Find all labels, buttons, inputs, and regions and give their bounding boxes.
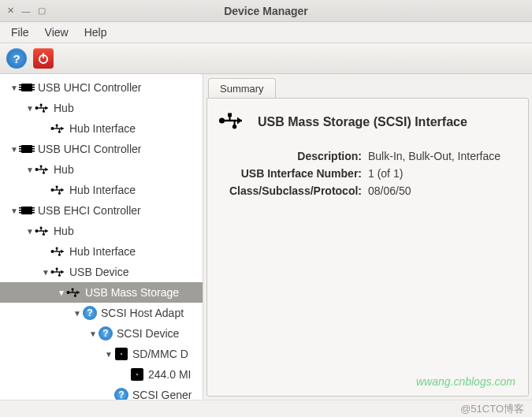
- tree-item-usb-uhci[interactable]: ▼USB UHCI Controller: [0, 77, 203, 98]
- minimize-icon[interactable]: —: [20, 6, 32, 17]
- expander-icon[interactable]: ▼: [57, 289, 66, 297]
- detail-body: USB Mass Storage (SCSI) Interface Descri…: [206, 98, 529, 397]
- expander-icon[interactable]: ▼: [104, 350, 113, 359]
- help-icon[interactable]: ?: [6, 48, 27, 69]
- tree-item-scsi-device[interactable]: ▼?SCSI Device: [0, 323, 203, 344]
- close-icon[interactable]: ✕: [5, 6, 16, 17]
- expander-icon[interactable]: ▼: [41, 268, 50, 277]
- tree-item-usb-uhci[interactable]: ▼USB UHCI Controller: [0, 139, 203, 159]
- tree-item-hub[interactable]: ▼Hub: [0, 159, 203, 180]
- maximize-icon[interactable]: ▢: [36, 6, 47, 17]
- tree-item-hub[interactable]: ▼Hub: [0, 221, 203, 241]
- question-icon: ?: [99, 326, 113, 341]
- question-icon: ?: [114, 388, 128, 400]
- usb-icon: [218, 111, 247, 133]
- expander-icon[interactable]: ▼: [73, 309, 82, 318]
- prop-value: Bulk-In, Bulk-Out, Interface: [368, 147, 500, 165]
- prop-value: 08/06/50: [368, 182, 411, 199]
- expander-icon[interactable]: ▼: [9, 207, 19, 215]
- expander-icon[interactable]: ▼: [25, 227, 35, 236]
- tree-item-scsi-generic[interactable]: ?SCSI Gener: [0, 385, 203, 400]
- tree-item-hub-interface[interactable]: Hub Interface: [0, 180, 203, 200]
- menu-help[interactable]: Help: [76, 23, 115, 42]
- detail-pane: Summary USB Mass Storage (SCSI) Interfac…: [203, 74, 532, 400]
- menu-view[interactable]: View: [37, 23, 76, 42]
- tree-item-usb-device[interactable]: ▼USB Device: [0, 262, 203, 282]
- tab-strip: Summary: [203, 74, 532, 98]
- tree-item-hub-interface[interactable]: Hub Interface: [0, 241, 203, 262]
- prop-key: Class/Subclass/Protocol:: [218, 182, 368, 199]
- tree-item-hub[interactable]: ▼Hub: [0, 98, 203, 118]
- expander-icon[interactable]: ▼: [9, 84, 19, 92]
- expander-icon[interactable]: ▼: [88, 330, 98, 338]
- window-title: Device Manager: [0, 5, 532, 17]
- expander-icon[interactable]: ▼: [25, 166, 35, 174]
- menu-file[interactable]: File: [3, 23, 37, 42]
- tree-item-partition[interactable]: 244.0 MI: [0, 364, 203, 385]
- footer: @51CTO博客: [0, 400, 532, 417]
- prop-value: 1 (of 1): [368, 165, 403, 182]
- tree-item-scsi-host[interactable]: ▼?SCSI Host Adapt: [0, 303, 203, 323]
- watermark-footer: @51CTO博客: [460, 402, 524, 416]
- question-icon: ?: [83, 306, 97, 320]
- tree-item-hub-interface[interactable]: Hub Interface: [0, 118, 203, 139]
- detail-heading: USB Mass Storage (SCSI) Interface: [258, 115, 467, 129]
- tree-item-usb-mass-storage[interactable]: ▼USB Mass Storage: [0, 282, 203, 303]
- tab-summary[interactable]: Summary: [208, 78, 276, 99]
- expander-icon[interactable]: ▼: [25, 104, 35, 113]
- svg-rect-17: [43, 53, 44, 58]
- menubar: File View Help: [0, 22, 532, 43]
- device-tree[interactable]: ▼USB UHCI Controller ▼Hub Hub Interface …: [0, 74, 203, 400]
- prop-key: USB Interface Number:: [218, 165, 368, 182]
- tree-item-sdmmc[interactable]: ▼SD/MMC D: [0, 344, 203, 364]
- properties: Description:Bulk-In, Bulk-Out, Interface…: [218, 147, 517, 199]
- titlebar: ✕ — ▢ Device Manager: [0, 0, 532, 22]
- power-icon[interactable]: [33, 48, 54, 69]
- prop-key: Description:: [218, 147, 368, 165]
- tree-item-usb-ehci[interactable]: ▼USB EHCI Controller: [0, 200, 203, 221]
- expander-icon[interactable]: ▼: [9, 145, 19, 154]
- watermark-blog: wwang.cnblogs.com: [416, 375, 515, 388]
- toolbar: ?: [0, 43, 532, 74]
